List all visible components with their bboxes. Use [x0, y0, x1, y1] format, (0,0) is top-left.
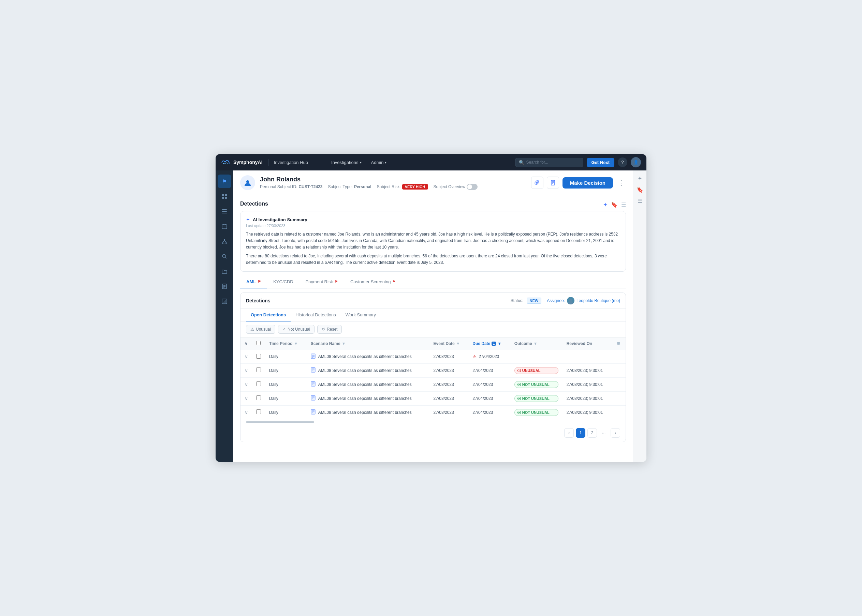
ai-summary-text-2: There are 80 detections related to Joe, … — [246, 253, 620, 266]
sidebar-item-detections[interactable]: ⚑ — [217, 174, 231, 188]
bulk-not-unusual-button[interactable]: ✓ Not Unusual — [278, 325, 315, 334]
more-options-button[interactable]: ⋮ — [616, 178, 626, 187]
row-expand-2[interactable]: ∨ — [241, 363, 252, 377]
scenario-name-3: AML08 Several cash deposits as different… — [318, 382, 412, 387]
row-check-3[interactable] — [252, 377, 265, 391]
prev-page-button[interactable]: ‹ — [564, 428, 574, 438]
sidebar-item-folder[interactable] — [217, 264, 231, 278]
row-expand-3[interactable]: ∨ — [241, 377, 252, 391]
filter-scenario-icon[interactable]: ▼ — [342, 341, 346, 346]
subject-overview-switch[interactable] — [466, 184, 477, 190]
tab-kyc[interactable]: KYC/CDD — [267, 276, 299, 288]
tab-kyc-label: KYC/CDD — [273, 279, 293, 284]
sidebar-item-calendar[interactable] — [217, 220, 231, 233]
th-time-period: Time Period ▼ — [265, 338, 307, 350]
sidebar-item-notes[interactable] — [217, 280, 231, 293]
panel-bookmark-icon[interactable]: 🔖 — [637, 187, 643, 193]
table-row: ∨ Daily — [241, 405, 626, 419]
outcome-badge-not-unusual-3: NOT UNUSUAL — [514, 381, 558, 388]
page-1-button[interactable]: 1 — [576, 428, 585, 438]
page-2-button[interactable]: 2 — [588, 428, 597, 438]
attachment-button[interactable] — [531, 177, 544, 189]
bulk-unusual-button[interactable]: ⚠ Unusual — [246, 325, 275, 334]
svg-rect-7 — [222, 225, 227, 229]
bulk-reset-button[interactable]: ↺ Reset — [317, 325, 342, 334]
bookmark-icon[interactable]: 🔖 — [611, 201, 618, 208]
inner-tab-open[interactable]: Open Detections — [246, 309, 291, 321]
sidebar-item-search[interactable] — [217, 250, 231, 263]
subject-info: John Rolands Personal Subject ID: CUST-T… — [260, 176, 526, 190]
get-next-button[interactable]: Get Next — [587, 158, 615, 167]
row-expand-1[interactable]: ∨ — [241, 350, 252, 363]
lines-icon[interactable]: ☰ — [621, 201, 626, 208]
svg-point-32 — [569, 299, 572, 301]
ai-summary-card: ✦ AI Investigation Summary Last update 2… — [240, 211, 626, 272]
help-button[interactable]: ? — [618, 157, 627, 167]
nav-investigations[interactable]: Investigations ▾ — [327, 158, 366, 167]
tab-payment-risk[interactable]: Payment Risk ⚑ — [299, 276, 344, 288]
make-decision-button[interactable]: Make Decision — [563, 177, 613, 189]
search-input[interactable] — [526, 160, 580, 165]
table-filter-icon[interactable]: ⊞ — [617, 341, 620, 346]
filter-outcome-icon[interactable]: ▼ — [534, 341, 537, 346]
tab-customer-screening[interactable]: Customer Screening ⚑ — [344, 276, 402, 288]
detections-card-header: Detections Status: NEW Assignee: — [241, 293, 626, 309]
not-unusual-label: Not Unusual — [288, 327, 310, 332]
table-row: ∨ Daily — [241, 391, 626, 405]
subject-header: John Rolands Personal Subject ID: CUST-T… — [233, 170, 633, 195]
tab-aml[interactable]: AML ⚑ — [240, 276, 267, 288]
panel-sparkle-icon[interactable]: ✦ — [638, 175, 642, 182]
tab-aml-label: AML — [246, 279, 256, 284]
app-logo[interactable]: SymphonyAI — [221, 159, 263, 166]
next-page-button[interactable]: › — [611, 428, 620, 438]
ai-spark-icon: ✦ — [246, 217, 250, 222]
th-scenario-name: Scenario Name ▼ — [307, 338, 429, 350]
row-check-4[interactable] — [252, 391, 265, 405]
sidebar-item-list[interactable] — [217, 204, 231, 218]
row-scenario-5: AML08 Several cash deposits as different… — [307, 405, 429, 419]
subject-type-value: Personal — [354, 184, 372, 189]
svg-rect-4 — [222, 209, 227, 210]
row-check-2[interactable] — [252, 363, 265, 377]
filter-due-icon[interactable]: ▼ — [497, 341, 501, 346]
expand-all-button[interactable]: ∨ — [244, 341, 247, 346]
row-scenario-4: AML08 Several cash deposits as different… — [307, 391, 429, 405]
ai-summary-text-1: The retrieved data is related to a custo… — [246, 231, 620, 251]
search-bar[interactable]: 🔍 — [515, 158, 583, 167]
user-avatar[interactable]: 👤 — [631, 157, 641, 167]
row-time-4: Daily — [265, 391, 307, 405]
subject-overview-label: Subject Overview — [433, 184, 465, 189]
th-outcome: Outcome ▼ — [510, 338, 563, 350]
subject-risk: Subject Risk: VERY HIGH — [377, 184, 428, 190]
horizontal-scrollbar[interactable] — [246, 421, 314, 423]
sidebar-item-grid[interactable] — [217, 190, 231, 203]
row-reviewed-1 — [563, 350, 613, 363]
sidebar: ⚑ — [216, 170, 233, 462]
inner-tab-historical[interactable]: Historical Detections — [291, 309, 341, 321]
row-check-5[interactable] — [252, 405, 265, 419]
outcome-badge-not-unusual-4: NOT UNUSUAL — [514, 395, 558, 402]
unusual-icon: ⚠ — [251, 327, 254, 332]
panel-list-icon[interactable]: ☰ — [638, 198, 642, 204]
subject-id-value: CUST-T2423 — [298, 184, 322, 189]
row-expand-4[interactable]: ∨ — [241, 391, 252, 405]
sidebar-item-connections[interactable] — [217, 234, 231, 248]
document-button[interactable] — [547, 177, 559, 189]
row-check-1[interactable] — [252, 350, 265, 363]
filter-time-period-icon[interactable]: ▼ — [294, 341, 298, 346]
row-expand-5[interactable]: ∨ — [241, 405, 252, 419]
subject-overview-toggle[interactable]: Subject Overview — [433, 184, 477, 190]
subject-id-label: Personal Subject ID: CUST-T2423 — [260, 184, 322, 189]
sidebar-item-report[interactable] — [217, 295, 231, 308]
filter-event-icon[interactable]: ▼ — [456, 341, 460, 346]
nav-admin[interactable]: Admin ▾ — [367, 158, 391, 167]
sparkle-icon[interactable]: ✦ — [603, 201, 608, 208]
status-area: Status: NEW Assignee: — [511, 297, 620, 305]
search-icon: 🔍 — [519, 160, 524, 165]
inner-tab-work-summary[interactable]: Work Summary — [341, 309, 381, 321]
svg-rect-5 — [222, 211, 227, 212]
row-scenario-3: AML08 Several cash deposits as different… — [307, 377, 429, 391]
select-all-checkbox[interactable] — [256, 341, 261, 345]
subject-avatar — [240, 175, 255, 190]
svg-rect-23 — [222, 299, 227, 304]
